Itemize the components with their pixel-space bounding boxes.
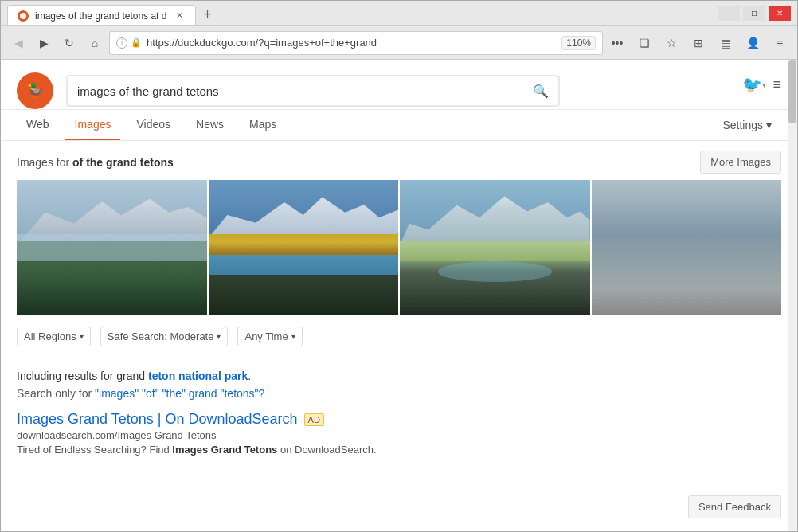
teton-national-park-link[interactable]: teton national park bbox=[148, 370, 248, 382]
nav-tabs: Web Images Videos News Maps Settings ▾ bbox=[1, 110, 797, 141]
images-label: Images for of the grand tetons More Imag… bbox=[17, 151, 781, 174]
scrollbar[interactable] bbox=[788, 60, 797, 531]
new-tab-button[interactable]: + bbox=[196, 3, 218, 25]
filter-safe-search-arrow-icon: ▾ bbox=[217, 332, 221, 341]
zoom-level: 110% bbox=[561, 36, 596, 50]
settings-arrow-icon: ▾ bbox=[766, 119, 772, 131]
image-thumb-1[interactable] bbox=[17, 180, 207, 315]
tab-news[interactable]: News bbox=[186, 110, 233, 140]
image-thumb-4[interactable] bbox=[592, 180, 782, 315]
filter-regions-label: All Regions bbox=[24, 331, 76, 342]
filter-time-arrow-icon: ▾ bbox=[291, 332, 295, 341]
tab-images[interactable]: Images bbox=[65, 110, 121, 140]
send-feedback-button[interactable]: Send Feedback bbox=[688, 495, 781, 518]
back-button[interactable]: ◀ bbox=[7, 32, 29, 54]
including-normal-text: grand bbox=[116, 370, 148, 382]
nav-tabs-wrapper: Web Images Videos News Maps Settings ▾ bbox=[1, 110, 797, 141]
filters-row: All Regions ▾ Safe Search: Moderate ▾ An… bbox=[1, 315, 797, 358]
filter-time[interactable]: Any Time ▾ bbox=[237, 327, 302, 346]
minimize-button[interactable]: — bbox=[718, 6, 740, 21]
bookmark-button[interactable]: ☆ bbox=[660, 32, 683, 54]
reload-button[interactable]: ↻ bbox=[58, 32, 80, 54]
tab-title: images of the grand tetons at d bbox=[35, 10, 166, 22]
forward-button[interactable]: ▶ bbox=[33, 32, 55, 54]
lock-icon: 🔒 bbox=[131, 37, 142, 48]
more-button[interactable]: ••• bbox=[606, 32, 628, 54]
url-icons: i 🔒 bbox=[116, 37, 142, 49]
ad-desc-bold: Images Grand Tetons bbox=[172, 444, 277, 456]
tab-favicon bbox=[18, 10, 29, 22]
maximize-button[interactable]: □ bbox=[743, 6, 765, 21]
browser-content: 🦆 🔍 🐦▾ ≡ Web Images Videos News bbox=[1, 60, 797, 531]
tab-maps[interactable]: Maps bbox=[240, 110, 286, 140]
ad-title-link[interactable]: Images Grand Tetons | On DownloadSearch bbox=[17, 411, 298, 428]
search-submit-button[interactable]: 🔍 bbox=[533, 84, 549, 99]
including-results-line: Including results for grand teton nation… bbox=[17, 370, 781, 382]
image-thumb-2[interactable] bbox=[209, 180, 399, 315]
images-section: Images for of the grand tetons More Imag… bbox=[1, 141, 797, 315]
search-input[interactable] bbox=[77, 84, 533, 98]
active-tab[interactable]: images of the grand tetons at d ✕ bbox=[7, 5, 196, 25]
images-grid bbox=[17, 180, 781, 315]
results-section: Including results for grand teton nation… bbox=[1, 358, 797, 411]
filter-safe-search-label: Safe Search: Moderate bbox=[108, 331, 214, 342]
hamburger-button[interactable]: ≡ bbox=[769, 32, 791, 54]
image-thumb-3[interactable] bbox=[400, 180, 590, 315]
close-window-button[interactable]: ✕ bbox=[769, 6, 791, 21]
search-box[interactable]: 🔍 bbox=[66, 75, 560, 107]
ad-badge: AD bbox=[304, 413, 324, 426]
nav-right: ••• ❏ ☆ ⊞ ▤ 👤 ≡ bbox=[606, 32, 791, 54]
images-label-text: Images for of the grand tetons bbox=[17, 156, 174, 169]
header-right: 🐦▾ ≡ bbox=[742, 75, 781, 107]
library-button[interactable]: ⊞ bbox=[687, 32, 710, 54]
ad-url: downloadsearch.com/Images Grand Tetons bbox=[17, 429, 781, 441]
ad-title: Images Grand Tetons | On DownloadSearch … bbox=[17, 411, 781, 428]
tab-area: images of the grand tetons at d ✕ + bbox=[7, 1, 718, 25]
ddg-header: 🦆 🔍 🐦▾ ≡ bbox=[1, 60, 797, 110]
twitter-button[interactable]: 🐦▾ bbox=[742, 75, 766, 94]
filter-regions[interactable]: All Regions ▾ bbox=[17, 327, 91, 346]
info-icon: i bbox=[116, 37, 127, 49]
reader-button[interactable]: ▤ bbox=[714, 32, 737, 54]
tab-web[interactable]: Web bbox=[17, 110, 59, 140]
title-bar: images of the grand tetons at d ✕ + — □ … bbox=[1, 1, 797, 26]
window-controls: — □ ✕ bbox=[718, 6, 791, 21]
browser-frame: images of the grand tetons at d ✕ + — □ … bbox=[0, 0, 798, 532]
tab-videos[interactable]: Videos bbox=[127, 110, 180, 140]
filter-regions-arrow-icon: ▾ bbox=[80, 332, 84, 341]
settings-button[interactable]: Settings ▾ bbox=[713, 111, 781, 139]
url-text: https://duckduckgo.com/?q=images+of+the+… bbox=[147, 37, 557, 49]
ad-result: Images Grand Tetons | On DownloadSearch … bbox=[1, 411, 797, 456]
filter-time-label: Any Time bbox=[244, 331, 288, 342]
search-box-container: 🔍 bbox=[66, 75, 560, 107]
scrollbar-thumb[interactable] bbox=[788, 60, 796, 123]
exact-search-link[interactable]: "images" "of" "the" grand "tetons"? bbox=[95, 387, 264, 400]
ddg-logo: 🦆 bbox=[17, 72, 53, 109]
pocket-button[interactable]: ❏ bbox=[633, 32, 655, 54]
ddg-menu-button[interactable]: ≡ bbox=[773, 76, 781, 93]
nav-bar: ◀ ▶ ↻ ⌂ i 🔒 https://duckduckgo.com/?q=im… bbox=[1, 26, 797, 60]
search-only-line: Search only for "images" "of" "the" gran… bbox=[17, 387, 781, 400]
home-button[interactable]: ⌂ bbox=[84, 32, 106, 54]
ad-description: Tired of Endless Searching? Find Images … bbox=[17, 444, 781, 456]
tab-close-button[interactable]: ✕ bbox=[173, 10, 186, 22]
filter-safe-search[interactable]: Safe Search: Moderate ▾ bbox=[100, 327, 229, 346]
url-bar[interactable]: i 🔒 https://duckduckgo.com/?q=images+of+… bbox=[109, 31, 603, 55]
more-images-button[interactable]: More Images bbox=[700, 151, 781, 174]
account-button[interactable]: 👤 bbox=[741, 32, 764, 54]
